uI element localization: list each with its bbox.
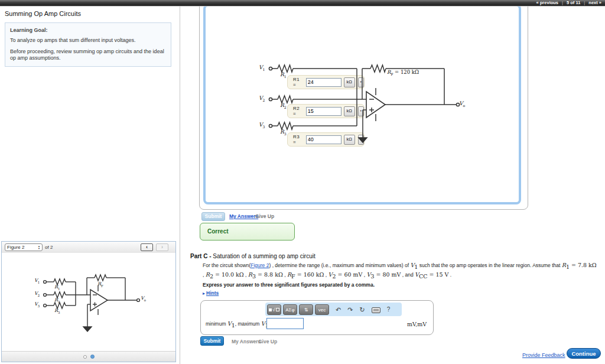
r3-unit-button[interactable]: kΩ <box>344 135 355 145</box>
figure-viewer-header: Figure 2 ▲▼ of 2 ‹ › <box>2 242 175 254</box>
part-c-problem-text: For the circuit shown(Figure 2) , determ… <box>203 261 599 280</box>
r2-unit-button[interactable]: kΩ <box>344 106 355 116</box>
greek-symbols-button[interactable]: ΑΣφ <box>283 304 297 315</box>
learning-goal-text: Before proceeding, review summing op amp… <box>10 48 166 62</box>
learning-goal-box: Learning Goal: To analyze op amps that s… <box>5 22 171 67</box>
fig2-vo-label: Vo <box>141 295 146 302</box>
r2-input-label: R2 = <box>293 106 304 116</box>
r3-value-input[interactable] <box>306 135 341 144</box>
fig2-rf-label: RF <box>97 281 103 288</box>
subscript-superscript-button[interactable]: ⇅ <box>299 304 313 315</box>
part-c-label: Part C - <box>190 253 213 259</box>
part-c-heading: Part C - Saturation of a summing op amp … <box>190 253 315 259</box>
assignment-title: Summing Op Amp Circuits <box>5 10 81 17</box>
hints-toggle[interactable]: Hints <box>206 290 219 296</box>
my-answers-link[interactable]: My Answers <box>229 213 258 219</box>
answer-label: minimum V1, maximum V1 = <box>206 320 273 329</box>
correct-feedback-box: Correct <box>200 223 295 240</box>
reset-button[interactable]: ↻ <box>359 304 365 315</box>
figure-canvas <box>2 253 175 352</box>
my-answers-label[interactable]: My Answers <box>232 339 261 344</box>
separator: | <box>584 0 585 6</box>
units-label: mV,mV <box>407 321 427 327</box>
separator: | <box>562 0 563 6</box>
r1-input-label: R1 = <box>293 77 304 87</box>
express-instruction: Express your answer to three significant… <box>203 282 375 288</box>
empty-box-icon <box>276 308 279 311</box>
r3-label: R3 <box>280 129 287 136</box>
figure-viewer-footer <box>2 351 175 362</box>
r1-input-group: R1 = kΩ ▼ <box>287 75 365 89</box>
r3-input-group: R3 = kΩ ▼ <box>287 132 365 147</box>
filled-square-icon <box>269 308 272 311</box>
r2-unit-dropdown-arrow[interactable]: ▼ <box>358 106 364 116</box>
pagination-dot[interactable] <box>83 355 87 359</box>
sqrt-icon: √ <box>272 307 275 313</box>
select-arrows-icon: ▲▼ <box>38 245 40 249</box>
figure-prev-button[interactable]: ‹ <box>141 243 153 251</box>
top-navigation-bar: « previous | 5 of 11 | next » <box>0 0 605 6</box>
v1-label: V1 <box>259 64 265 72</box>
header-divider <box>0 6 605 6</box>
submit-button-disabled[interactable]: Submit <box>201 212 225 221</box>
help-button[interactable]: ? <box>387 304 391 315</box>
r1-unit-dropdown-arrow[interactable]: ▼ <box>358 77 364 87</box>
fig2-r2-label: R2 <box>54 297 60 304</box>
hints-arrow-icon: ▸ <box>203 291 205 296</box>
figure-viewer-panel: Figure 2 ▲▼ of 2 ‹ › <box>1 241 176 362</box>
figure-count-label: of 2 <box>45 245 53 250</box>
pagination-dot-active[interactable] <box>90 355 95 359</box>
fig2-r3-label: R3 <box>54 308 60 314</box>
v3-label: V3 <box>259 122 265 129</box>
fig2-v2-label: V2 <box>34 291 40 297</box>
answer-input[interactable] <box>266 318 304 329</box>
position-indicator: 5 of 11 <box>567 0 580 6</box>
chevron-right-icon: › <box>161 244 163 250</box>
provide-feedback-link[interactable]: Provide Feedback <box>522 352 565 358</box>
fig2-v1-label: V1 <box>34 278 40 284</box>
r2-input-group: R2 = kΩ ▼ <box>287 104 365 118</box>
r1-label: R1 <box>280 72 287 79</box>
r2-value-input[interactable] <box>306 107 341 116</box>
vo-label: Vo <box>459 100 465 108</box>
redo-button[interactable]: ↷ <box>347 304 353 315</box>
math-toolbar: √ ΑΣφ ⇅ vec ↶ ↷ ↻ ? <box>265 303 402 316</box>
give-up-link[interactable]: Give Up <box>255 213 274 219</box>
v2-label: V2 <box>259 95 265 102</box>
vector-button[interactable]: vec <box>315 304 329 315</box>
rf-label: RF = 120 kΩ <box>387 69 419 76</box>
previous-link[interactable]: « previous <box>536 0 559 6</box>
next-link[interactable]: next » <box>588 0 601 6</box>
give-up-label[interactable]: Give Up <box>258 339 277 344</box>
r3-unit-dropdown-arrow[interactable]: ▼ <box>358 135 364 145</box>
keyboard-button[interactable] <box>372 307 380 313</box>
chevron-left-icon: ‹ <box>146 244 148 250</box>
r2-label: R2 <box>280 102 287 109</box>
learning-goal-heading: Learning Goal: <box>10 27 166 33</box>
r1-unit-button[interactable]: kΩ <box>344 77 355 87</box>
part-c-title: Saturation of a summing op amp circuit <box>213 253 315 259</box>
undo-button[interactable]: ↶ <box>336 304 341 315</box>
status-badge: Correct <box>207 228 294 235</box>
fig2-r1-label: R1 <box>54 284 60 291</box>
submit-button[interactable]: Submit <box>200 336 224 346</box>
figure-select[interactable]: Figure 2 ▲▼ <box>5 243 43 251</box>
figure-next-button[interactable]: › <box>156 243 168 251</box>
figure-select-value: Figure 2 <box>7 245 38 250</box>
r1-value-input[interactable] <box>306 78 341 87</box>
sqrt-template-button[interactable]: √ <box>267 304 281 315</box>
r3-input-label: R3 = <box>293 134 304 145</box>
fig2-v3-label: V3 <box>34 301 40 308</box>
part-c-answer-box: √ ΑΣφ ⇅ vec ↶ ↷ ↻ ? minimum V1, maximum … <box>200 300 434 335</box>
continue-button[interactable]: Continue <box>567 348 601 359</box>
learning-goal-text: To analyze op amps that sum different in… <box>10 37 166 44</box>
page: « previous | 5 of 11 | next » Summing Op… <box>0 0 605 364</box>
